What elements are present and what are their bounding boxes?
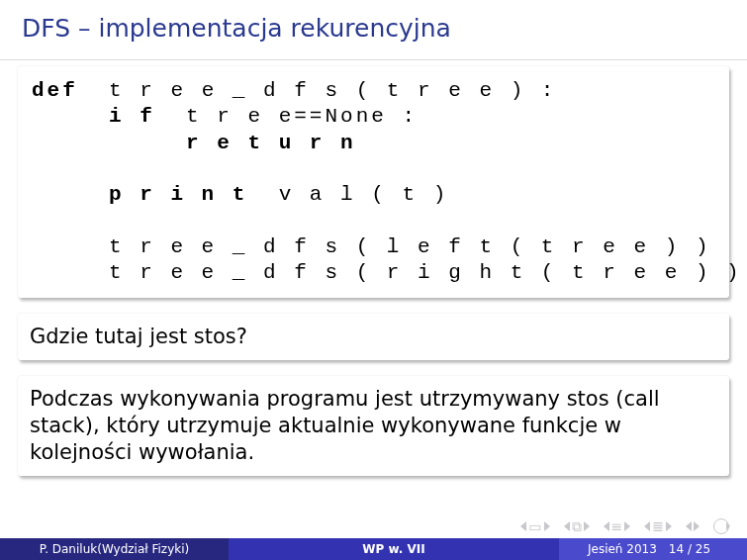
- nav-next-icon[interactable]: ≣: [644, 519, 672, 533]
- code-text: v a l ( t ): [247, 183, 448, 206]
- keyword-def: def: [32, 79, 78, 102]
- code-text: t r e e _ d f s ( r i g h t ( t r e e ) …: [32, 261, 742, 284]
- code-text: t r e e _ d f s ( t r e e ) :: [78, 79, 557, 102]
- nav-prev-icon[interactable]: ≡: [604, 519, 631, 533]
- footer-author: P. Daniluk(Wydział Fizyki): [0, 538, 229, 560]
- keyword-print: p r i n t: [32, 183, 247, 206]
- slide-title: DFS – implementacja rekurencyjna: [0, 0, 747, 43]
- code-text: t r e e _ d f s ( l e f t ( t r e e ) ): [32, 235, 711, 258]
- question-text: Gdzie tutaj jest stos?: [30, 325, 247, 348]
- answer-block: Podczas wykonywania programu jest utrzym…: [18, 376, 729, 476]
- title-divider: [0, 59, 747, 60]
- nav-back-icon[interactable]: [686, 521, 700, 531]
- footer-page: 14 / 25: [669, 542, 710, 556]
- beamer-nav-bar: ▭ ⧉ ≡ ≣: [520, 518, 729, 534]
- code-block: def t r e e _ d f s ( t r e e ) : i f t …: [18, 66, 729, 298]
- footer-title: WP w. VII: [229, 538, 559, 560]
- keyword-return: r e t u r n: [32, 132, 356, 154]
- footer-date: Jesień 2013: [588, 542, 657, 556]
- question-block: Gdzie tutaj jest stos?: [18, 314, 729, 360]
- nav-first-icon[interactable]: ▭: [520, 519, 549, 533]
- answer-text: Podczas wykonywania programu jest utrzym…: [30, 387, 660, 464]
- footer-date-page: Jesień 2013 14 / 25: [559, 538, 747, 560]
- footer-bar: P. Daniluk(Wydział Fizyki) WP w. VII Jes…: [0, 538, 747, 560]
- nav-prev-section-icon[interactable]: ⧉: [564, 519, 590, 533]
- code-text: t r e e==None :: [155, 105, 418, 128]
- keyword-if: i f: [32, 105, 155, 128]
- nav-loop-icon[interactable]: [713, 518, 729, 534]
